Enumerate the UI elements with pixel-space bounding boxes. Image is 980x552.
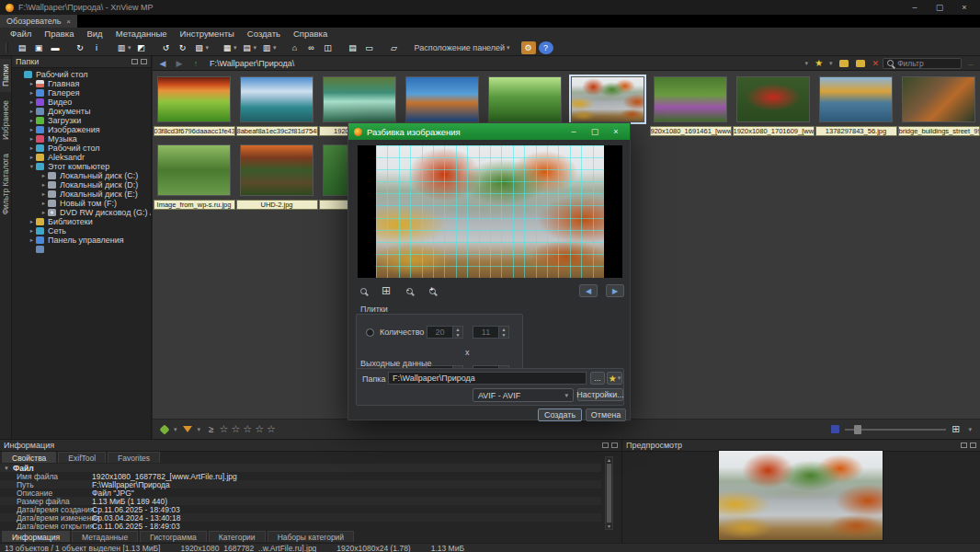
window-maximize-button[interactable]: ▢	[929, 1, 950, 14]
tree-item[interactable]: ▸ Загрузки	[12, 116, 151, 125]
browse-button[interactable]: ...	[590, 372, 605, 385]
tree-item[interactable]: ▸ Рабочий стол	[12, 144, 151, 153]
expander-icon[interactable]: ▸	[28, 126, 36, 133]
info-bottom-tab[interactable]: Наборы категорий	[268, 531, 355, 542]
rotate-right-icon[interactable]: ↻	[176, 41, 190, 54]
menu-item[interactable]: Правка	[38, 29, 80, 39]
count-radio[interactable]	[366, 328, 374, 337]
tree-item[interactable]: ▸ Локальный диск (D:)	[12, 180, 151, 190]
zoom-fit-icon[interactable]	[356, 284, 370, 297]
tree-item[interactable]: ▸ DVD RW дисковод (G:) Audio CD	[12, 208, 151, 217]
count-width-spinner[interactable]: 20▲▼	[427, 326, 463, 339]
info-bottom-tab[interactable]: Категории	[209, 531, 266, 542]
info-bottom-tab[interactable]: Информация	[2, 531, 70, 542]
previous-image-button[interactable]: ◀	[579, 284, 598, 297]
more-button[interactable]: ...	[968, 60, 974, 66]
back-icon[interactable]: ◀	[156, 59, 169, 68]
dialog-maximize-button[interactable]: ▢	[587, 127, 603, 136]
thumbnail-image[interactable]	[571, 76, 644, 122]
rotate-left-icon[interactable]: ↺	[159, 41, 174, 54]
expander-icon[interactable]: ▸	[28, 108, 36, 115]
thumbnail-image[interactable]	[819, 76, 893, 122]
info-bottom-tab[interactable]: Метаданные	[72, 531, 138, 542]
up-icon[interactable]: ↑	[189, 59, 202, 68]
filter-funnel-icon[interactable]	[183, 426, 192, 432]
thumbnail-cell[interactable]: 1920x1080_1701609_[www....	[732, 76, 815, 136]
forward-icon[interactable]: ▶	[173, 59, 186, 68]
sidebar-vertical-tab[interactable]: Фильтр Каталога	[0, 148, 11, 220]
float-panel-icon[interactable]	[961, 443, 967, 448]
expander-icon[interactable]: ▸	[28, 154, 36, 161]
remove-folder-icon[interactable]	[856, 60, 865, 67]
float-panel-icon[interactable]	[611, 443, 618, 448]
expander-icon[interactable]: ▸	[28, 144, 36, 152]
convert-icon[interactable]: ▥	[114, 41, 129, 54]
dropdown-arrow-icon[interactable]: ▾	[273, 44, 277, 52]
thumbnail-small-icon[interactable]	[831, 425, 839, 433]
create-button[interactable]: Создать	[538, 408, 582, 421]
float-panel-icon[interactable]	[141, 59, 147, 64]
browse-folder-icon[interactable]: ⌂	[288, 41, 302, 54]
thumbnail-cell[interactable]: 920x1080_1691461_[www....	[649, 76, 732, 136]
tree-item[interactable]: ▸ Локальный диск (C:)	[12, 171, 151, 180]
tree-item[interactable]	[12, 245, 151, 254]
dropdown-arrow-icon[interactable]: ▾	[254, 44, 257, 52]
expander-icon[interactable]: ▸	[28, 80, 36, 87]
clear-icon[interactable]: ✕	[872, 59, 880, 68]
menu-item[interactable]: Файл	[4, 29, 38, 39]
sidebar-vertical-tab[interactable]: Папки	[0, 59, 11, 92]
file-info-icon[interactable]: i	[89, 41, 104, 54]
tab-browser[interactable]: Обозреватель ×	[0, 15, 77, 28]
tree-item[interactable]: ▸ Музыка	[12, 134, 151, 144]
print-icon[interactable]: ▤	[346, 41, 360, 54]
sidebar-vertical-tab[interactable]: Избранное	[0, 95, 11, 145]
tag-icon[interactable]: ▱	[387, 41, 402, 54]
thumbnail-cell[interactable]: 8abeaf8a1ec39c2f81d754b8...	[235, 76, 318, 136]
tag-icon[interactable]	[159, 424, 169, 434]
refresh-thumbnails-icon[interactable]: ↻	[73, 41, 87, 54]
dropdown-arrow-icon[interactable]: ▾	[206, 44, 210, 52]
thumbnail-image[interactable]	[157, 76, 231, 122]
expander-icon[interactable]: ▸	[28, 117, 36, 124]
view-dropdown-icon[interactable]: ▾	[968, 426, 972, 433]
tab-close-icon[interactable]: ×	[66, 17, 71, 26]
float-panel-icon[interactable]	[602, 443, 609, 448]
expander-icon[interactable]: ▸	[40, 172, 48, 179]
menu-item[interactable]: Инструменты	[174, 29, 241, 39]
expander-icon[interactable]: ▸	[40, 200, 48, 207]
expander-icon[interactable]: ▸	[28, 98, 36, 106]
thumbnail-image[interactable]	[405, 76, 479, 122]
thumbnail-cell[interactable]: 03f8cd3f6796daaacc1fe43ff...	[153, 76, 235, 136]
favorites-icon[interactable]: ★	[815, 58, 823, 68]
expander-icon[interactable]: ▸	[28, 89, 36, 97]
thumbnail-image[interactable]	[240, 144, 313, 196]
thumbnail-image[interactable]	[323, 76, 396, 122]
tree-item[interactable]: ▸ Главная	[12, 79, 151, 88]
tree-item[interactable]: ▸ Документы	[12, 107, 151, 116]
tree-item[interactable]: ▸ Видео	[12, 98, 151, 107]
slider-handle[interactable]	[854, 425, 861, 434]
rating-stars[interactable]: ☆☆☆☆☆	[220, 423, 279, 435]
help-icon[interactable]: ?	[539, 41, 553, 54]
float-panel-icon[interactable]	[131, 59, 138, 64]
thumbnail-cell[interactable]: UHD-2.jpg	[235, 144, 318, 210]
float-panel-icon[interactable]	[970, 443, 976, 448]
find-icon[interactable]: ∞	[304, 41, 319, 54]
expander-icon[interactable]: ▸	[40, 190, 48, 198]
thumbnail-image[interactable]	[654, 76, 727, 122]
star-icon[interactable]: ☆	[243, 423, 255, 434]
info-tab[interactable]: Favorites	[108, 452, 160, 463]
tree-item[interactable]: ▸ Панель управления	[12, 236, 151, 245]
expander-icon[interactable]: ▸	[40, 181, 48, 189]
browser-icon[interactable]: ▤	[15, 41, 29, 54]
scroll-down-icon[interactable]: ▼	[607, 523, 611, 529]
tree-item[interactable]: ▸ Новый том (F:)	[12, 199, 151, 208]
thumbnail-image[interactable]	[736, 76, 810, 122]
star-icon[interactable]: ☆	[220, 423, 232, 434]
fullscreen-icon[interactable]: ▬	[48, 41, 63, 54]
info-tab[interactable]: ExifTool	[58, 452, 106, 463]
tree-item[interactable]: ▾ Этот компьютер	[12, 162, 151, 171]
tree-item[interactable]: ▸ Галерея	[12, 88, 151, 98]
info-scrollbar[interactable]: ▲ ▼	[605, 456, 613, 530]
rating-operator[interactable]: ≥	[209, 424, 214, 434]
